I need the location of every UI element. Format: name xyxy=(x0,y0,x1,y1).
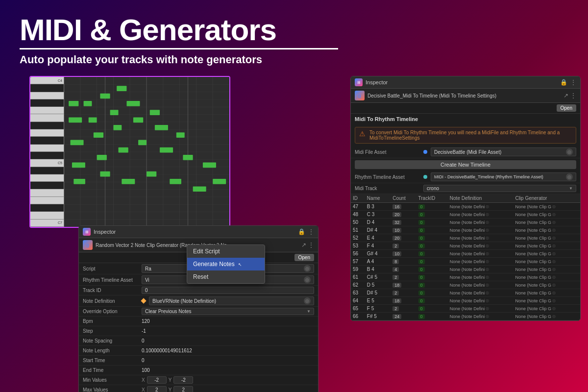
cell-clip-gen: None (Note Clip G ◎ xyxy=(513,242,580,250)
cell-name: D 4 xyxy=(365,219,391,226)
table-row[interactable]: 52 E 4 20 0 None (Note Defini ◎ None (No… xyxy=(351,234,580,242)
max-x-value[interactable]: 2 xyxy=(147,386,167,392)
table-row[interactable]: 65 F 5 2 0 None (Note Defini ◎ None (Not… xyxy=(351,305,580,313)
table-row[interactable]: 51 D# 4 10 0 None (Note Defini ◎ None (N… xyxy=(351,226,580,234)
midi-file-box[interactable]: DecisiveBattle (Midi File Asset) ◎ xyxy=(431,147,576,156)
cell-id: 48 xyxy=(351,211,365,219)
cell-clip-gen: None (Note Clip G ◎ xyxy=(513,289,580,297)
edit-script-item[interactable]: Edit Script xyxy=(187,245,265,258)
table-row[interactable]: 48 C 3 20 0 None (Note Defini ◎ None (No… xyxy=(351,211,580,219)
cell-trackid: 0 xyxy=(416,305,448,313)
expand-button[interactable]: ↗ xyxy=(564,92,568,99)
left-note-def-selector[interactable]: ◎ xyxy=(304,297,311,304)
step-value: -1 xyxy=(142,328,314,334)
cell-trackid: 0 xyxy=(416,250,448,258)
open-button[interactable]: Open xyxy=(557,104,576,112)
table-row[interactable]: 66 F# 5 24 0 None (Note Defini ◎ None (N… xyxy=(351,313,580,320)
override-value: Clear Previous Notes ▼ xyxy=(142,308,314,315)
cell-clip-gen: None (Note Clip G ◎ xyxy=(513,234,580,242)
svg-rect-45 xyxy=(72,162,85,168)
table-row[interactable]: 64 E 5 18 0 None (Note Defini ◎ None (No… xyxy=(351,297,580,305)
table-row[interactable]: 61 C# 5 2 0 None (Note Defini ◎ None (No… xyxy=(351,273,580,281)
cell-count: 16 xyxy=(391,203,416,211)
rhythm-selector[interactable]: ◎ xyxy=(566,173,573,180)
col-trackid: TrackID xyxy=(416,194,448,203)
note-spacing-label: Note Spacing xyxy=(83,338,142,343)
warning-text: To convert Midi To Rhythm Timeline you w… xyxy=(369,130,572,141)
header-section: MIDI & Generators Auto populate your tra… xyxy=(0,0,588,71)
more-button[interactable]: ⋮ xyxy=(570,79,576,86)
cell-clip-gen: None (Note Clip G ◎ xyxy=(513,266,580,273)
lock-button[interactable]: 🔒 xyxy=(560,79,567,86)
inspector-left-panel: ⊞ Inspector 🔒 ⋮ {} Random Vector 2 Note … xyxy=(78,225,318,392)
table-row[interactable]: 56 G# 4 10 0 None (Note Defini ◎ None (N… xyxy=(351,250,580,258)
midi-file-selector[interactable]: ◎ xyxy=(566,148,573,155)
left-note-def-box[interactable]: BlueVRNote (Note Definition) ◎ xyxy=(149,296,314,305)
left-track-label: Track ID xyxy=(83,288,142,293)
lock-left-button[interactable]: 🔒 xyxy=(298,228,305,235)
script-selector[interactable]: ◎ xyxy=(304,265,311,272)
left-track-box[interactable]: 0 xyxy=(142,287,314,294)
midi-file-dot xyxy=(423,150,427,154)
cell-clip-gen: None (Note Clip G ◎ xyxy=(513,305,580,313)
cell-trackid: 0 xyxy=(416,234,448,242)
table-row[interactable]: 63 D# 5 2 0 None (Note Defini ◎ None (No… xyxy=(351,289,580,297)
generate-notes-item[interactable]: Generate Notes ↖ xyxy=(187,258,265,270)
midi-track-label: Midi Track xyxy=(355,186,423,191)
start-time-text: 0 xyxy=(142,358,145,363)
more-options-button[interactable]: ⋮ xyxy=(570,92,576,99)
cell-clip-gen: None (Note Clip G ◎ xyxy=(513,250,580,258)
min-x-value[interactable]: -2 xyxy=(147,376,167,384)
svg-rect-36 xyxy=(110,110,119,115)
bpm-text: 120 xyxy=(142,318,150,324)
svg-rect-30 xyxy=(69,101,78,106)
table-row[interactable]: 62 D 5 18 0 None (Note Defini ◎ None (No… xyxy=(351,281,580,289)
min-values-row: X -2 Y -2 xyxy=(142,376,314,384)
table-row[interactable]: 50 D 4 32 0 None (Note Defini ◎ None (No… xyxy=(351,219,580,226)
svg-rect-56 xyxy=(170,179,181,184)
cell-note-def: None (Note Defini ◎ xyxy=(448,234,514,242)
inspector-subtitle-bar: {} Decisive Battle_Midi To Timeline (Mid… xyxy=(351,89,580,103)
expand-left-button[interactable]: ↗ xyxy=(301,242,306,248)
svg-rect-40 xyxy=(94,132,103,138)
rhythm-timeline-box[interactable]: MIDI - DecisiveBattle_Timeline (Rhythm T… xyxy=(431,172,576,181)
table-row[interactable]: 59 B 4 4 0 None (Note Defini ◎ None (Not… xyxy=(351,266,580,273)
left-note-def-field: Note Definition BlueVRNote (Note Definit… xyxy=(79,295,318,307)
cell-id: 66 xyxy=(351,313,365,320)
cell-clip-gen: None (Note Clip G ◎ xyxy=(513,203,580,211)
override-dropdown[interactable]: Clear Previous Notes ▼ xyxy=(142,308,314,315)
table-row[interactable]: 47 B 3 16 0 None (Note Defini ◎ None (No… xyxy=(351,203,580,211)
max-x-label: X xyxy=(142,387,145,392)
open-left-button[interactable]: Open xyxy=(294,254,314,261)
min-y-value[interactable]: -2 xyxy=(173,376,193,384)
cell-id: 52 xyxy=(351,234,365,242)
midi-track-dropdown[interactable]: crono ▼ xyxy=(423,185,576,192)
cell-trackid: 0 xyxy=(416,258,448,266)
more-left-button[interactable]: ⋮ xyxy=(308,228,314,235)
cell-name: C# 5 xyxy=(365,273,391,281)
midi-table: ID Name Count TrackID Note Definition Cl… xyxy=(351,194,580,320)
midi-file-field: Midi File Asset DecisiveBattle (Midi Fil… xyxy=(351,146,580,158)
cell-clip-gen: None (Note Clip G ◎ xyxy=(513,258,580,266)
cell-count: 10 xyxy=(391,226,416,234)
inspector-left-title-text: Inspector xyxy=(94,229,116,235)
start-time-label: Start Time xyxy=(83,358,142,363)
inspector-title-left: ⊞ Inspector xyxy=(355,78,388,86)
cell-note-def: None (Note Defini ◎ xyxy=(448,297,514,305)
reset-item[interactable]: Reset xyxy=(187,270,265,283)
cell-count: 2 xyxy=(391,289,416,297)
svg-rect-53 xyxy=(100,172,110,177)
cell-note-def: None (Note Defini ◎ xyxy=(448,250,514,258)
cell-id: 47 xyxy=(351,203,365,211)
left-rhythm-selector[interactable]: ◎ xyxy=(304,276,311,283)
svg-rect-35 xyxy=(89,118,97,123)
table-row[interactable]: 57 A 4 8 0 None (Note Defini ◎ None (Not… xyxy=(351,258,580,266)
cell-note-def: None (Note Defini ◎ xyxy=(448,305,514,313)
rhythm-dot xyxy=(423,175,427,179)
create-timeline-button[interactable]: Create New Timeline xyxy=(355,160,576,169)
cell-name: E 4 xyxy=(365,234,391,242)
midi-table-container[interactable]: ID Name Count TrackID Note Definition Cl… xyxy=(351,194,580,320)
more-left-opts-button[interactable]: ⋮ xyxy=(308,242,314,248)
max-y-value[interactable]: 2 xyxy=(173,386,193,392)
table-row[interactable]: 53 F 4 2 0 None (Note Defini ◎ None (Not… xyxy=(351,242,580,250)
